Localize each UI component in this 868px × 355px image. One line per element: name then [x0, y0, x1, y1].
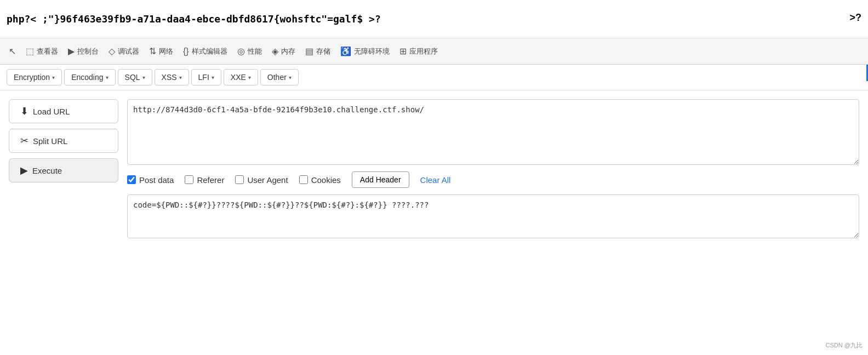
inspector-icon: ⬚ [26, 46, 34, 56]
xss-dropdown[interactable]: XSS ▾ [155, 69, 189, 85]
referer-checkbox[interactable]: Referer [185, 175, 224, 185]
network-icon: ⇅ [149, 46, 156, 56]
user-agent-checkbox[interactable]: User Agent [235, 175, 288, 185]
devtools-inspector[interactable]: ⬚ 查看器 [21, 43, 62, 60]
devtools-debugger[interactable]: ◇ 调试器 [104, 43, 144, 60]
encoding-chevron: ▾ [106, 75, 108, 81]
url-input[interactable] [127, 99, 859, 165]
load-url-button[interactable]: ⬇ Load URL [9, 99, 118, 123]
main-content: ⬇ Load URL ✂ Split URL ▶ Execute Post da… [0, 90, 868, 247]
left-panel: ⬇ Load URL ✂ Split URL ▶ Execute [9, 99, 118, 238]
user-agent-input[interactable] [235, 175, 244, 184]
load-url-icon: ⬇ [20, 105, 28, 117]
top-bar-title: php?< ;"}96f463e39fb9-a71a-daa4-ebce-dbf… [7, 13, 381, 25]
other-chevron: ▾ [289, 75, 292, 81]
split-url-button[interactable]: ✂ Split URL [9, 129, 118, 153]
clear-all-button[interactable]: Clear All [420, 175, 451, 185]
memory-icon: ◈ [272, 46, 278, 56]
top-bar: php?< ;"}96f463e39fb9-a71a-daa4-ebce-dbf… [0, 0, 868, 38]
lfi-dropdown[interactable]: LFI ▾ [191, 69, 221, 85]
xxe-chevron: ▾ [248, 75, 251, 81]
storage-icon: ▤ [305, 46, 313, 56]
devtools-storage[interactable]: ▤ 存储 [301, 43, 335, 60]
post-data-checkbox[interactable]: Post data [127, 175, 174, 185]
sql-chevron: ▾ [142, 75, 145, 81]
performance-icon: ◎ [237, 46, 245, 56]
accessibility-icon: ♿ [340, 46, 351, 56]
encoding-dropdown[interactable]: Encoding ▾ [64, 69, 115, 85]
xss-chevron: ▾ [179, 75, 182, 81]
add-header-button[interactable]: Add Header [352, 171, 409, 188]
devtools-console[interactable]: ▶ 控制台 [64, 43, 103, 60]
code-input[interactable] [127, 194, 859, 238]
devtools-accessibility[interactable]: ♿ 无障碍环境 [336, 43, 394, 60]
encryption-chevron: ▾ [52, 75, 55, 81]
devtools-style-editor[interactable]: {} 样式编辑器 [179, 43, 232, 60]
encryption-dropdown[interactable]: Encryption ▾ [7, 69, 62, 85]
devtools-memory[interactable]: ◈ 内存 [267, 43, 300, 60]
execute-button[interactable]: ▶ Execute [9, 158, 118, 182]
split-url-icon: ✂ [20, 135, 28, 147]
devtools-application[interactable]: ⊞ 应用程序 [395, 43, 442, 60]
selector-icon: ↖ [9, 46, 16, 56]
devtools-network[interactable]: ⇅ 网络 [145, 43, 178, 60]
devtools-selector[interactable]: ↖ [4, 43, 20, 60]
right-panel: Post data Referer User Agent Cookies Add… [127, 99, 859, 238]
execute-icon: ▶ [20, 164, 28, 176]
style-editor-icon: {} [183, 47, 189, 56]
other-dropdown[interactable]: Other ▾ [260, 69, 299, 85]
referer-input[interactable] [185, 175, 193, 184]
checkboxes-row: Post data Referer User Agent Cookies Add… [127, 171, 859, 188]
devtools-toolbar: ↖ ⬚ 查看器 ▶ 控制台 ◇ 调试器 ⇅ 网络 {} 样式编辑器 ◎ 性能 ◈… [0, 38, 868, 65]
devtools-performance[interactable]: ◎ 性能 [233, 43, 266, 60]
console-icon: ▶ [68, 46, 75, 56]
csdn-watermark: CSDN @九比 [826, 341, 863, 350]
cookies-checkbox[interactable]: Cookies [299, 175, 341, 185]
debugger-icon: ◇ [108, 46, 115, 56]
cookies-input[interactable] [299, 175, 308, 184]
sql-dropdown[interactable]: SQL ▾ [118, 69, 152, 85]
top-bar-right: >? [849, 12, 861, 24]
post-data-input[interactable] [127, 175, 136, 184]
lfi-chevron: ▾ [212, 75, 214, 81]
xxe-dropdown[interactable]: XXE ▾ [224, 69, 258, 85]
filter-toolbar: Encryption ▾ Encoding ▾ SQL ▾ XSS ▾ LFI … [0, 65, 868, 90]
application-icon: ⊞ [399, 46, 407, 56]
